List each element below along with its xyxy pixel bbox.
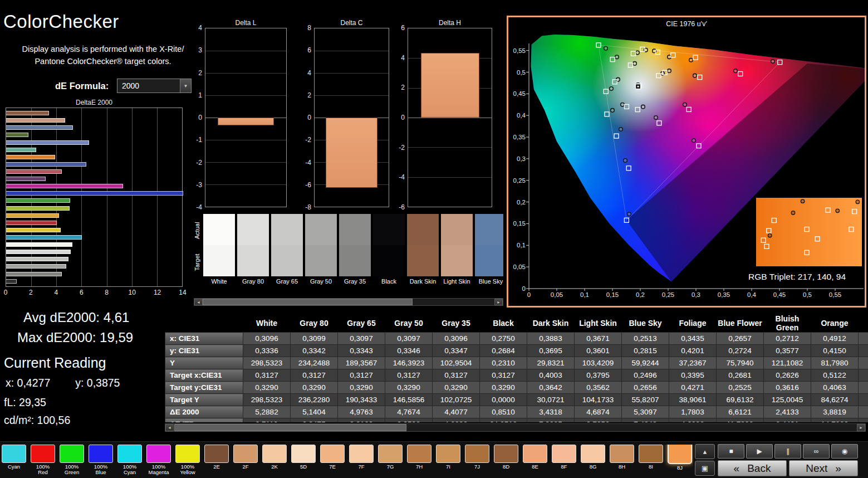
de-bar-row <box>6 272 182 276</box>
table-cell: 0,222 <box>859 345 868 357</box>
scroll-thumb[interactable] <box>174 424 406 431</box>
pattern-patch-5d[interactable]: 5D <box>291 445 316 476</box>
scroll-right-icon[interactable]: ► <box>857 424 865 431</box>
scroll-left-icon[interactable]: ◄ <box>165 424 174 431</box>
back-button[interactable]: « Back <box>718 460 787 476</box>
pattern-patch-2k[interactable]: 2K <box>262 445 287 476</box>
pattern-patch-2f[interactable]: 2F <box>233 445 258 476</box>
delta-l-plot <box>205 28 287 207</box>
pattern-patch-8j[interactable]: 8J <box>668 445 692 476</box>
y-tick-label: -2 <box>305 136 311 144</box>
table-cell: 0,3347 <box>433 345 480 357</box>
pattern-patch-8i[interactable]: 8I <box>639 445 663 476</box>
table-row: ΔE ITP3,71103,84753,91633,95384,009864,2… <box>165 418 868 423</box>
measurement-point <box>683 103 687 106</box>
table-cell: 37,2367 <box>669 357 717 369</box>
scroll-track[interactable] <box>203 299 494 305</box>
y-tick-label: 8 <box>307 24 311 32</box>
y-tick-label: -6 <box>305 181 311 189</box>
delta-bar <box>326 118 377 188</box>
de-bar-row <box>6 162 182 167</box>
pattern-patch-7g[interactable]: 7G <box>378 445 403 476</box>
pattern-patch-8g[interactable]: 8G <box>581 445 605 476</box>
delta-l-ticks: 43210-1-2-3-4 <box>187 28 205 207</box>
x-tick-label: 8 <box>105 289 109 296</box>
table-cell: 236,2280 <box>291 394 338 406</box>
table-cell: 0,3290 <box>243 382 291 394</box>
patch-label: Cyan <box>2 464 26 470</box>
swatch-scrollbar[interactable]: ◄ ► <box>194 298 503 306</box>
pattern-patch-100-green[interactable]: 100% Green <box>60 445 84 476</box>
table-cell: 0,0000 <box>480 394 527 406</box>
table-cell: 59,9244 <box>622 357 669 369</box>
pattern-patch-100-red[interactable]: 100% Red <box>31 445 55 476</box>
measurement-point <box>633 62 637 66</box>
pattern-patch-cyan[interactable]: Cyan <box>2 445 26 476</box>
de-bar-row <box>6 235 182 240</box>
swatch-label: Light Skin <box>441 278 473 285</box>
pattern-patch-7j[interactable]: 7J <box>465 445 489 476</box>
swatch-label: Gray 50 <box>305 278 337 285</box>
svg-text:0,2: 0,2 <box>517 199 526 206</box>
pattern-patch-8d[interactable]: 8D <box>494 445 518 476</box>
pattern-settings-button[interactable]: ▴ <box>695 444 715 459</box>
de-bar-row <box>6 148 182 152</box>
table-cell: 0,3883 <box>527 333 575 345</box>
pattern-patch-100-magenta[interactable]: 100% Magenta <box>146 445 171 476</box>
de-bar-row <box>6 184 182 188</box>
pattern-patch-2e[interactable]: 2E <box>204 445 229 476</box>
page-title: ColorChecker <box>3 11 119 32</box>
pattern-patch-8h[interactable]: 8H <box>610 445 634 476</box>
measurement-point <box>689 58 693 62</box>
next-button[interactable]: Next » <box>789 460 858 476</box>
table-cell: 5,1404 <box>291 406 338 418</box>
pattern-window-button[interactable]: ▣ <box>695 461 715 476</box>
table-cell: 0,3336 <box>243 345 291 357</box>
table-cell: 0,3695 <box>527 345 575 357</box>
table-scrollbar[interactable]: ◄ ► <box>165 423 866 432</box>
pattern-patch-7e[interactable]: 7E <box>320 445 345 476</box>
svg-text:0,15: 0,15 <box>606 291 619 298</box>
table-cell: 2,4133 <box>764 406 811 418</box>
table-cell: 0,3097 <box>385 333 433 345</box>
continuous-icon[interactable]: ∞ <box>803 444 830 459</box>
y-tick-label: 4 <box>198 24 202 32</box>
reading-luminance: cd/m²: 100,56 <box>4 414 70 427</box>
description-line1: Display analysis is performed with the X… <box>11 43 195 56</box>
de-formula-value: 2000 <box>122 81 139 90</box>
stop-icon[interactable]: ■ <box>718 444 744 459</box>
pause-icon[interactable]: ∥ <box>774 444 801 459</box>
measure-icon[interactable]: ◉ <box>831 444 858 459</box>
scroll-right-icon[interactable]: ► <box>494 299 503 305</box>
table-cell: 234,2488 <box>291 357 338 369</box>
scroll-left-icon[interactable]: ◄ <box>194 299 203 305</box>
table-col-header: Gray 50 <box>385 314 433 333</box>
pattern-patch-100-yellow[interactable]: 100% Yellow <box>175 445 200 476</box>
rgb-triplet-readout: RGB Triplet: 217, 140, 94 <box>748 272 846 282</box>
pattern-patch-100-blue[interactable]: 100% Blue <box>89 445 113 476</box>
patch-label: 7E <box>320 464 345 470</box>
scroll-thumb[interactable] <box>203 299 413 305</box>
table-cell: 84,6274 <box>811 394 859 406</box>
table-cell: 0,4150 <box>811 345 859 357</box>
table-cell: 0,3096 <box>433 333 480 345</box>
measurement-point <box>693 74 697 77</box>
table-cell: 0,3577 <box>764 345 811 357</box>
pattern-patch-7h[interactable]: 7H <box>407 445 431 476</box>
pattern-patch-7f[interactable]: 7F <box>349 445 374 476</box>
play-icon[interactable]: ▶ <box>746 444 773 459</box>
pattern-patch-8e[interactable]: 8E <box>523 445 547 476</box>
pattern-patch-7i[interactable]: 7I <box>436 445 460 476</box>
table-cell: 14,7882 <box>811 418 859 423</box>
patch-label: 100% Yellow <box>175 464 200 476</box>
de-formula-select[interactable]: 2000 ▼ <box>117 79 192 93</box>
pattern-patch-100-cyan[interactable]: 100% Cyan <box>117 445 142 476</box>
pattern-patch-8f[interactable]: 8F <box>552 445 576 476</box>
measurement-point <box>615 55 619 59</box>
table-col-header: Dark Skin <box>527 314 575 333</box>
row-label: x: CIE31 <box>165 333 243 345</box>
patch-label: 5D <box>291 464 316 470</box>
scroll-track[interactable] <box>174 424 857 431</box>
table-cell: 0,19 <box>859 369 868 382</box>
y-tick-label: 0 <box>198 114 202 121</box>
